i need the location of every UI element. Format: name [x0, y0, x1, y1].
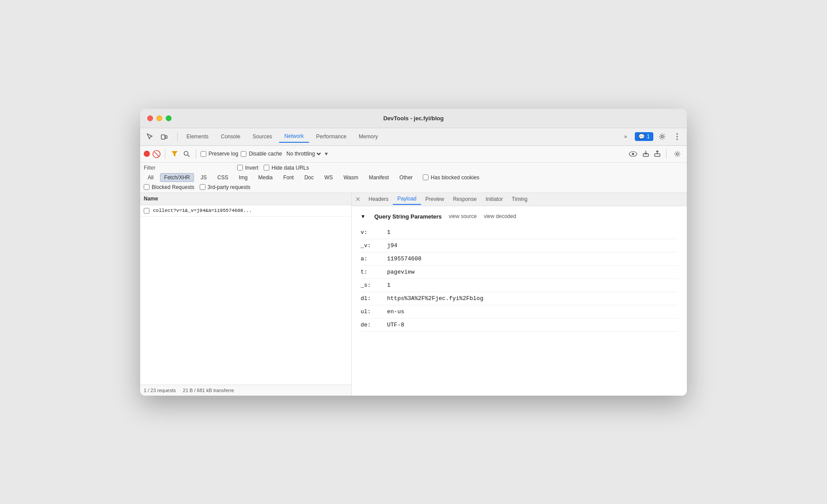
traffic-lights — [147, 115, 171, 121]
param-key: ul: — [361, 308, 387, 315]
badge-count: 1 — [647, 133, 650, 140]
filter-img[interactable]: Img — [235, 173, 252, 182]
request-list: collect?v=1&_v=j94&a=1195574608... — [140, 205, 351, 385]
detail-content: ▼ Query String Parameters view source vi… — [352, 206, 687, 396]
toolbar-right — [627, 148, 683, 160]
row-checkbox[interactable] — [144, 208, 149, 214]
param-row-de: de: UTF-8 — [361, 319, 678, 332]
third-party-checkbox[interactable] — [200, 184, 205, 190]
filter-top: Filter Invert Hide data URLs — [144, 165, 683, 171]
param-row-ul: ul: en-us — [361, 305, 678, 319]
clear-button[interactable]: 🚫 — [153, 150, 160, 158]
filter-icon[interactable] — [170, 149, 179, 158]
close-button[interactable] — [147, 115, 153, 121]
left-panel: Name collect?v=1&_v=j94&a=1195574608... … — [140, 193, 352, 396]
filter-js[interactable]: JS — [197, 173, 211, 182]
param-row-a: a: 1195574608 — [361, 252, 678, 266]
param-row-_v: _v: j94 — [361, 239, 678, 252]
param-row-dl: dl: https%3A%2F%2Fjec.fyi%2Fblog — [361, 292, 678, 305]
table-row[interactable]: collect?v=1&_v=j94&a=1195574608... — [140, 205, 351, 217]
tab-headers[interactable]: Headers — [364, 194, 393, 204]
invert-checkbox-label[interactable]: Invert — [237, 165, 258, 171]
tab-console[interactable]: Console — [216, 131, 246, 142]
param-value: pageview — [387, 269, 414, 275]
maximize-button[interactable] — [166, 115, 171, 121]
throttle-arrow: ▼ — [324, 151, 329, 156]
tab-network[interactable]: Network — [279, 130, 309, 143]
tab-sources[interactable]: Sources — [247, 131, 277, 142]
has-blocked-cookies-checkbox[interactable] — [423, 174, 428, 180]
import-icon[interactable] — [641, 149, 650, 159]
invert-checkbox[interactable] — [237, 165, 243, 170]
disable-cache-checkbox[interactable] — [241, 151, 246, 157]
preserve-log-checkbox-label[interactable]: Preserve log — [201, 151, 238, 157]
filter-fetch-xhr[interactable]: Fetch/XHR — [160, 173, 194, 182]
filter-wasm[interactable]: Wasm — [339, 173, 362, 182]
export-icon[interactable] — [653, 149, 662, 159]
param-value: 1 — [387, 282, 391, 289]
qs-title: Query String Parameters — [374, 213, 442, 220]
tab-payload[interactable]: Payload — [393, 193, 421, 205]
svg-point-2 — [661, 136, 663, 138]
search-icon[interactable] — [182, 149, 191, 159]
param-key: a: — [361, 256, 387, 262]
filter-all[interactable]: All — [144, 173, 157, 182]
network-toolbar: 🚫 Preserve log Disable cache No throttli… — [140, 146, 687, 163]
tab-preview[interactable]: Preview — [421, 194, 449, 204]
view-source-link[interactable]: view source — [449, 213, 477, 219]
filter-media[interactable]: Media — [254, 173, 277, 182]
view-decoded-link[interactable]: view decoded — [484, 213, 516, 219]
param-key: t: — [361, 269, 387, 275]
svg-point-10 — [676, 153, 678, 155]
blocked-requests-label[interactable]: Blocked Requests — [144, 184, 194, 190]
size-info: 21 B / 681 kB transferre — [183, 388, 234, 393]
blocked-requests-checkbox[interactable] — [144, 184, 149, 190]
param-value: j94 — [387, 242, 397, 249]
throttle-control: No throttling Fast 3G Slow 3G Offline ▼ — [285, 150, 329, 157]
svg-point-6 — [184, 151, 188, 155]
hide-data-urls-checkbox[interactable] — [264, 165, 269, 170]
network-settings-button[interactable] — [671, 148, 683, 160]
name-column-header: Name — [144, 196, 158, 202]
tab-timing[interactable]: Timing — [507, 194, 532, 204]
minimize-button[interactable] — [156, 115, 162, 121]
settings-button[interactable] — [656, 130, 668, 143]
filter-font[interactable]: Font — [279, 173, 298, 182]
tab-memory[interactable]: Memory — [354, 131, 383, 142]
preserve-log-checkbox[interactable] — [201, 151, 206, 157]
right-panel: ✕ Headers Payload Preview Response Initi… — [352, 193, 687, 396]
network-conditions-icon[interactable] — [627, 149, 639, 158]
filter-manifest[interactable]: Manifest — [365, 173, 393, 182]
filter-other[interactable]: Other — [395, 173, 417, 182]
hide-data-urls-checkbox-label[interactable]: Hide data URLs — [264, 165, 309, 171]
separator-3 — [666, 149, 667, 159]
close-detail-button[interactable]: ✕ — [354, 195, 362, 204]
has-blocked-cookies-label[interactable]: Has blocked cookies — [423, 174, 479, 181]
record-button[interactable] — [144, 151, 150, 157]
filter-doc[interactable]: Doc — [300, 173, 317, 182]
more-options-button[interactable] — [671, 130, 683, 143]
badge-icon: 💬 — [638, 133, 645, 140]
device-toolbar-button[interactable] — [158, 130, 170, 143]
tab-performance[interactable]: Performance — [311, 131, 352, 142]
throttle-select[interactable]: No throttling Fast 3G Slow 3G Offline — [285, 150, 322, 157]
inspect-element-button[interactable] — [144, 130, 156, 143]
tab-elements[interactable]: Elements — [181, 131, 214, 142]
param-key: de: — [361, 322, 387, 328]
notification-badge[interactable]: 💬 1 — [635, 132, 653, 141]
filter-ws[interactable]: WS — [320, 173, 337, 182]
tabs-right: » 💬 1 — [619, 130, 683, 143]
tab-response[interactable]: Response — [448, 194, 481, 204]
param-key: _v: — [361, 242, 387, 249]
requests-count: 1 / 23 requests — [144, 388, 176, 393]
tab-initiator[interactable]: Initiator — [481, 194, 507, 204]
filter-input-wrap: Filter — [144, 165, 232, 171]
blocked-requests-text: Blocked Requests — [152, 184, 194, 190]
disable-cache-checkbox-label[interactable]: Disable cache — [241, 151, 282, 157]
param-value: 1 — [387, 229, 391, 236]
third-party-label[interactable]: 3rd-party requests — [200, 184, 250, 190]
title-bar: DevTools - jec.fyi/blog — [140, 109, 687, 128]
more-tabs-button[interactable]: » — [619, 131, 633, 142]
filter-css[interactable]: CSS — [213, 173, 232, 182]
tab-separator — [177, 132, 178, 141]
